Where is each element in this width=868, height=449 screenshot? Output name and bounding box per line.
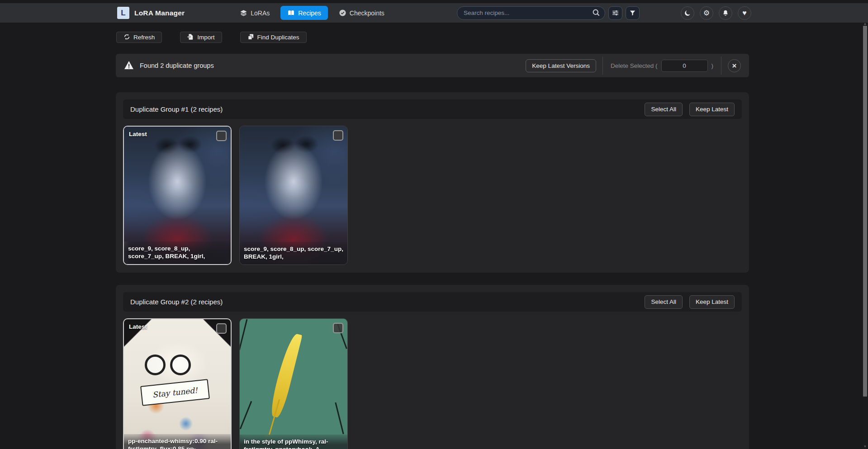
group-1-title: Duplicate Group #1 (2 recipes): [130, 105, 223, 113]
card-checkbox[interactable]: [216, 131, 227, 141]
recipe-caption: in the style of ppWhimsy, ral-frctlgmtry…: [240, 435, 347, 449]
navbar-actions: ⚙ ♥: [681, 6, 751, 20]
nav-item-checkpoints[interactable]: Checkpoints: [334, 6, 389, 20]
refresh-button[interactable]: Refresh: [116, 32, 162, 43]
layers-icon: [240, 9, 247, 17]
group-1-header: Duplicate Group #1 (2 recipes) Select Al…: [123, 99, 742, 119]
logo-letter: L: [121, 9, 125, 18]
search-input[interactable]: [457, 6, 605, 20]
keep-latest-versions-button[interactable]: Keep Latest Versions: [526, 59, 596, 72]
scroll-up-arrow[interactable]: ▲: [862, 22, 868, 26]
card-checkbox[interactable]: [333, 323, 343, 333]
stay-tuned-sign: Stay tuned!: [140, 379, 210, 406]
duplicates-alert-bar: Found 2 duplicate groups Keep Latest Ver…: [116, 54, 749, 77]
nav-label-recipes: Recipes: [298, 9, 321, 17]
bell-icon[interactable]: [719, 6, 732, 20]
recipe-preview-image: [240, 319, 347, 449]
recipe-caption: score_9, score_8_up, score_7_up, BREAK, …: [240, 242, 347, 265]
delete-selected-label: Delete Selected (: [611, 62, 658, 69]
brand[interactable]: L LoRA Manager: [117, 7, 185, 19]
delete-selected-label-suffix: ): [711, 62, 714, 69]
funnel-icon[interactable]: [626, 6, 640, 20]
book-icon: [287, 9, 295, 17]
moon-icon[interactable]: [681, 6, 694, 20]
ink-decor: [335, 402, 344, 435]
nav-label-checkpoints: Checkpoints: [350, 9, 384, 17]
search-area: [457, 6, 640, 20]
nav-label-loras: LoRAs: [251, 9, 270, 17]
latest-badge: Latest: [129, 323, 147, 330]
recipe-card[interactable]: Latest score_9, score_8_up, score_7_up, …: [123, 126, 232, 265]
recipe-preview-image: Stay tuned!: [124, 319, 231, 449]
app-title: LoRA Manager: [134, 9, 185, 17]
ink-decor: [239, 319, 247, 350]
latest-badge: Latest: [129, 131, 147, 137]
main-nav: LoRAs Recipes Checkpoints: [235, 6, 389, 20]
ink-decor: [240, 401, 252, 429]
scroll-down-arrow[interactable]: ▼: [862, 444, 868, 449]
close-icon[interactable]: ×: [728, 59, 741, 72]
warning-icon: [124, 61, 134, 71]
import-button[interactable]: Import: [180, 32, 222, 43]
duplicate-group-1: Duplicate Group #1 (2 recipes) Select Al…: [116, 92, 749, 273]
group-2-cards: Stay tuned! Latest pp-enchanted-whimsy:0…: [123, 318, 742, 449]
recipe-card[interactable]: Stay tuned! Latest pp-enchanted-whimsy:0…: [123, 318, 232, 449]
group-1-keep-latest-button[interactable]: Keep Latest: [689, 103, 735, 116]
group-1-cards: Latest score_9, score_8_up, score_7_up, …: [123, 126, 742, 265]
feather-decor: [268, 332, 302, 419]
duplicates-icon: [247, 33, 254, 42]
recipe-card[interactable]: score_9, score_8_up, score_7_up, BREAK, …: [239, 126, 348, 265]
nav-item-recipes[interactable]: Recipes: [280, 6, 328, 20]
refresh-icon: [123, 33, 130, 42]
card-checkbox[interactable]: [216, 323, 227, 334]
recipe-card[interactable]: in the style of ppWhimsy, ral-frctlgmtry…: [239, 318, 348, 449]
group-1-select-all-button[interactable]: Select All: [645, 103, 683, 116]
selected-count-box: 0: [661, 60, 708, 72]
find-duplicates-button[interactable]: Find Duplicates: [240, 32, 307, 43]
card-checkbox[interactable]: [333, 130, 343, 141]
search-icon[interactable]: [591, 8, 601, 18]
import-icon: [187, 33, 194, 42]
main-content: Refresh Import Find Duplicates Found 2 d…: [116, 23, 749, 449]
recipe-caption: pp-enchanted-whimsy:0.90 ral-frctlgmtry_…: [124, 434, 231, 449]
recipes-toolbar: Refresh Import Find Duplicates: [116, 32, 749, 43]
vertical-scrollbar[interactable]: ▲ ▼: [862, 23, 868, 449]
top-navbar: L LoRA Manager LoRAs Recipes Checkpoints: [0, 3, 868, 23]
recipe-caption: score_9, score_8_up, score_7_up, BREAK, …: [124, 241, 231, 264]
sliders-icon[interactable]: [608, 6, 622, 20]
app-logo[interactable]: L: [117, 7, 129, 19]
heart-icon[interactable]: ♥: [738, 6, 751, 20]
duplicate-group-2: Duplicate Group #2 (2 recipes) Select Al…: [116, 285, 749, 449]
cat-glasses-decor: [145, 354, 191, 375]
delete-selected-button[interactable]: Delete Selected ( 0 ): [602, 57, 721, 75]
group-2-title: Duplicate Group #2 (2 recipes): [130, 298, 223, 306]
nav-item-loras[interactable]: LoRAs: [235, 6, 274, 20]
alert-message: Found 2 duplicate groups: [140, 62, 214, 69]
group-2-select-all-button[interactable]: Select All: [645, 295, 683, 309]
scrollbar-thumb[interactable]: [863, 26, 867, 397]
group-2-header: Duplicate Group #2 (2 recipes) Select Al…: [123, 292, 742, 312]
group-2-keep-latest-button[interactable]: Keep Latest: [689, 295, 735, 309]
check-circle-icon: [339, 9, 346, 17]
gear-icon[interactable]: ⚙: [700, 6, 713, 20]
